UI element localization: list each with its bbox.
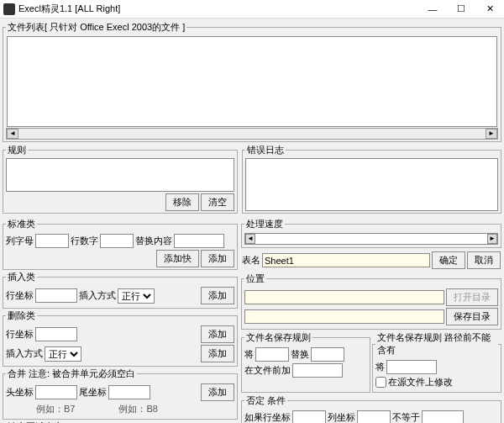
merge-add-button[interactable]: 添加 <box>201 383 234 401</box>
neg-noteq-label: 不等于 <box>392 411 420 423</box>
delete-group: 删除类 行坐标 添加 插入方式 正行 添加 <box>3 309 238 367</box>
merge-ex2: 例如：B8 <box>118 403 157 415</box>
fn-prefix-label: 在文件前加 <box>244 364 291 377</box>
minimize-button[interactable]: — <box>418 1 447 18</box>
sheet-cancel-button[interactable]: 取消 <box>467 251 501 269</box>
rules-group: 规则 移除 清空 <box>3 144 238 214</box>
replace-input[interactable] <box>174 234 224 248</box>
clear-button[interactable]: 清空 <box>201 193 234 211</box>
fn-to-input[interactable] <box>311 347 344 362</box>
delmode-label: 插入方式 <box>6 347 43 360</box>
merge-tail-label: 尾坐标 <box>79 386 107 399</box>
col-letter-label: 列字母 <box>6 235 34 247</box>
save-dir-button[interactable]: 保存目录 <box>446 308 498 325</box>
maximize-button[interactable]: ☐ <box>447 1 475 18</box>
window-title: Execl精灵1.1 [ALL Right] <box>18 3 418 15</box>
merge-ex1: 例如：B7 <box>36 403 75 415</box>
delete-add-button[interactable]: 添加 <box>201 325 234 343</box>
pos-legend: 位置 <box>244 272 266 285</box>
remove-button[interactable]: 移除 <box>165 193 199 211</box>
fn-replace-label: 替换 <box>291 348 309 361</box>
insert-group: 插入类 行坐标 插入方式 正行 添加 <box>3 271 238 309</box>
speed-right-icon[interactable]: ► <box>487 234 497 244</box>
speed-group: 处理速度 ◄ ► <box>241 218 501 248</box>
open-dir-button[interactable]: 打开目录 <box>446 288 498 306</box>
app-icon <box>3 3 15 15</box>
delete-row-label: 行坐标 <box>6 328 34 341</box>
save-dir-input[interactable] <box>244 309 444 324</box>
insert-row-input[interactable] <box>35 288 77 303</box>
fn2-legend: 文件名保存规则 路径前不能含有 <box>375 331 498 357</box>
fname-rule2-group: 文件名保存规则 路径前不能含有 将 在源文件上修改 <box>372 331 501 393</box>
merge-head-input[interactable] <box>35 385 77 399</box>
file-list-group: 文件列表[ 只针对 Office Execl 2003的文件 ] ◄ ► <box>3 21 501 142</box>
insert-mode-label: 插入方式 <box>79 289 116 302</box>
hscrollbar[interactable]: ◄ ► <box>6 128 498 140</box>
rules-text[interactable] <box>6 158 234 192</box>
neg-row-input[interactable] <box>292 410 326 423</box>
merge-tail-input[interactable] <box>108 385 150 399</box>
fn-will-label: 将 <box>244 348 254 361</box>
fn-prefix-input[interactable] <box>292 363 343 378</box>
delmode-select[interactable]: 正行 <box>45 346 81 362</box>
neg-ifrow-label: 如果行坐标 <box>244 411 291 423</box>
position-group: 位置 打开目录 保存目录 <box>241 272 501 330</box>
errlog-legend: 错误日志 <box>245 144 286 156</box>
std-add-button[interactable]: 添加 <box>201 250 234 267</box>
fn-from-input[interactable] <box>255 347 289 362</box>
close-button[interactable]: ✕ <box>475 1 504 18</box>
sheet-ok-button[interactable]: 确定 <box>432 251 465 269</box>
merge-legend: 合并 注意: 被合并单元必须空白 <box>6 367 137 380</box>
speed-legend: 处理速度 <box>244 218 285 230</box>
modify-source-checkbox[interactable] <box>375 377 386 388</box>
scroll-right-icon[interactable]: ► <box>486 129 497 139</box>
speed-left-icon[interactable]: ◄ <box>245 234 255 244</box>
delete-legend: 删除类 <box>6 309 37 322</box>
fname-rule-group: 文件名保存规则 将 替换 在文件前加 <box>241 331 370 393</box>
fn2-will-label: 将 <box>375 361 385 373</box>
fn2-input[interactable] <box>386 360 437 374</box>
delmode-add-button[interactable]: 添加 <box>201 345 234 362</box>
speed-slider[interactable]: ◄ ► <box>244 233 498 245</box>
sheet-label: 表名 <box>242 254 260 267</box>
scroll-left-icon[interactable]: ◄ <box>7 129 18 139</box>
open-dir-input[interactable] <box>244 290 444 304</box>
errlog-box[interactable] <box>245 158 498 211</box>
col-letter-input[interactable] <box>35 234 69 248</box>
standard-group: 标准类 列字母 行数字 替换内容 添加快 添加 <box>3 218 238 270</box>
replace-label: 替换内容 <box>135 235 172 247</box>
row-num-label: 行数字 <box>71 235 98 247</box>
fn-legend: 文件名保存规则 <box>244 331 312 344</box>
file-list[interactable] <box>7 36 497 127</box>
neg-col-label: 列坐标 <box>328 411 355 423</box>
standard-legend: 标准类 <box>6 218 37 230</box>
insert-add-button[interactable]: 添加 <box>201 287 234 304</box>
add-fast-button[interactable]: 添加快 <box>156 250 199 267</box>
errlog-group: 错误日志 <box>242 144 501 214</box>
row-num-input[interactable] <box>100 234 134 248</box>
neg-col-input[interactable] <box>357 410 391 423</box>
delete-row-input[interactable] <box>35 327 77 341</box>
insert-legend: 插入类 <box>6 271 37 283</box>
neg-val-input[interactable] <box>422 410 464 423</box>
neg-legend: 否定 条件 <box>244 394 287 407</box>
insert-mode-select[interactable]: 正行 <box>118 288 155 304</box>
negate-group: 否定 条件 如果行坐标 列坐标 不等于 就忽略该文件 <box>241 394 501 423</box>
merge-group: 合并 注意: 被合并单元必须空白 头坐标 尾坐标 添加 例如：B7 例如：B8 <box>3 367 238 420</box>
fn2-modify-label: 在源文件上修改 <box>388 376 453 389</box>
insert-row-label: 行坐标 <box>6 289 34 302</box>
rules-legend: 规则 <box>6 144 28 156</box>
file-list-legend: 文件列表[ 只针对 Office Execl 2003的文件 ] <box>6 21 186 34</box>
sheet-input[interactable] <box>262 253 430 267</box>
merge-head-label: 头坐标 <box>6 386 34 399</box>
